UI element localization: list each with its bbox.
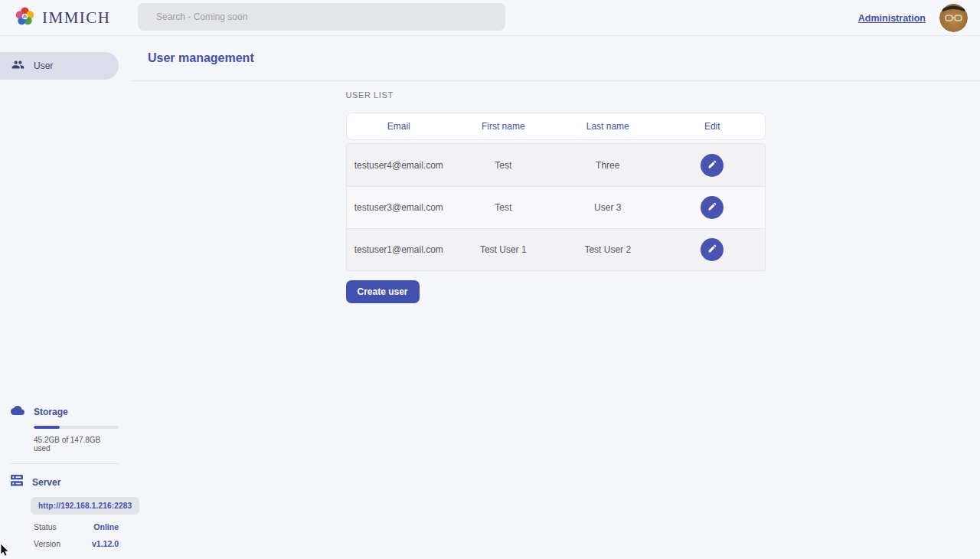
cell-first-name: Test User 1	[451, 244, 556, 255]
server-status-value: Online	[93, 522, 119, 531]
user-avatar[interactable]	[939, 4, 968, 32]
edit-user-button[interactable]	[701, 238, 724, 261]
cell-first-name: Test	[451, 160, 556, 171]
cell-email: testuser1@email.com	[347, 244, 452, 255]
server-icon	[11, 475, 23, 489]
pencil-icon	[707, 201, 717, 214]
column-header-email: Email	[347, 121, 452, 132]
pencil-icon	[707, 159, 717, 172]
table-row: testuser1@email.com Test User 1 Test Use…	[347, 228, 765, 270]
storage-usage-text: 45.2GB of 147.8GB used	[34, 436, 119, 453]
page-title: User management	[148, 51, 254, 65]
table-body: testuser4@email.com Test Three testuser3…	[346, 143, 766, 271]
page-header: User management	[131, 36, 980, 81]
column-header-edit: Edit	[660, 121, 765, 132]
administration-link[interactable]: Administration	[858, 13, 926, 24]
cell-first-name: Test	[451, 202, 556, 213]
search-input[interactable]	[138, 3, 505, 31]
mouse-cursor	[0, 544, 11, 559]
cell-email: testuser4@email.com	[347, 160, 452, 171]
cell-email: testuser3@email.com	[347, 202, 452, 213]
pencil-icon	[707, 244, 717, 256]
sidebar-item-user[interactable]: User	[0, 52, 119, 80]
storage-progress-bar	[34, 426, 119, 429]
create-user-button[interactable]: Create user	[346, 280, 420, 303]
sidebar: User Storage 45.2GB of 147.8GB used	[0, 36, 131, 559]
cell-last-name: Test User 2	[556, 244, 661, 255]
table-row: testuser4@email.com Test Three	[347, 144, 765, 186]
column-header-last-name: Last name	[556, 121, 661, 132]
server-title: Server	[32, 477, 60, 488]
storage-title: Storage	[34, 407, 68, 417]
sidebar-footer: Storage 45.2GB of 147.8GB used Server ht…	[11, 405, 119, 548]
top-bar: IMMICH Administration	[0, 0, 980, 36]
table-row: testuser3@email.com Test User 3	[347, 186, 765, 228]
cloud-icon	[11, 405, 24, 419]
brand[interactable]: IMMICH	[14, 5, 129, 31]
server-url-badge: http://192.168.1.216:2283	[31, 497, 139, 515]
column-header-first-name: First name	[451, 121, 556, 132]
brand-name: IMMICH	[42, 8, 111, 28]
main-content: User management USER LIST Email First na…	[131, 36, 980, 559]
user-list-label: USER LIST	[346, 90, 766, 100]
cell-last-name: Three	[556, 160, 661, 171]
server-version-label: Version	[34, 539, 60, 548]
server-version-value: v1.12.0	[92, 539, 119, 548]
cell-last-name: User 3	[556, 202, 661, 213]
server-status-label: Status	[34, 522, 57, 531]
immich-flower-logo-icon	[14, 5, 36, 31]
edit-user-button[interactable]	[701, 154, 724, 177]
user-table-header: Email First name Last name Edit	[346, 113, 766, 140]
storage-progress-fill	[34, 426, 60, 429]
sidebar-divider	[11, 463, 119, 464]
sidebar-item-user-label: User	[34, 60, 53, 71]
edit-user-button[interactable]	[701, 196, 724, 219]
users-icon	[11, 58, 24, 74]
